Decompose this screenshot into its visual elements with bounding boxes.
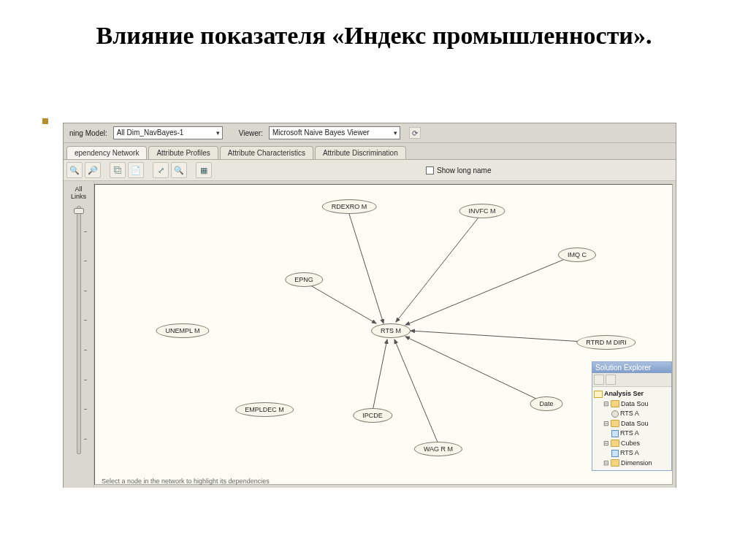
solution-explorer-title: Solution Explorer [592,362,671,373]
node-ipcde[interactable]: IPCDE [353,408,392,423]
mining-model-label: ning Model: [66,129,110,137]
node-unempl[interactable]: UNEMPL M [156,323,209,338]
se-tool-icon[interactable] [606,375,616,385]
find-icon[interactable]: 🔍 [171,162,187,178]
folder-icon [611,400,619,407]
zoom-out-icon[interactable]: 🔎 [85,162,101,178]
se-tool-icon[interactable] [594,375,604,385]
slider-label: All Links [66,185,91,200]
links-slider-panel: All Links [64,181,94,488]
layout-icon[interactable]: ▦ [196,162,212,178]
tree-dsv[interactable]: Data Sou [621,419,649,429]
accent-square [42,118,48,124]
dependency-canvas[interactable]: RDEXRO M INVFC M IMQ C EPNG UNEMPL M RTS… [94,184,673,485]
folder-icon [611,459,619,467]
node-invfc[interactable]: INVFC M [459,204,505,218]
svg-line-4 [411,331,583,342]
tree-cubes[interactable]: Cubes [621,439,640,449]
node-wagr[interactable]: WAG R M [414,442,462,456]
checkbox-icon[interactable] [426,166,434,174]
solution-explorer: Solution Explorer Analysis Ser ⊟Data Sou… [592,361,672,471]
dsv-icon [611,430,619,437]
svg-line-3 [307,283,376,323]
folder-icon [611,420,619,427]
tab-attribute-profiles[interactable]: Attribute Profiles [148,146,218,159]
mining-model-dropdown[interactable]: All Dim_NavBayes-1 [113,126,223,139]
tree-dimensions[interactable]: Dimension [621,459,652,469]
viewer-label: Viewer: [236,129,266,137]
project-icon [594,391,603,398]
model-toolbar: ning Model: All Dim_NavBayes-1 Viewer: M… [64,123,676,143]
datasource-icon [611,410,619,418]
node-date[interactable]: Date [530,396,562,411]
graph-toolbar: 🔍 🔎 ⿻ 📄 ⤢ 🔍 ▦ Show long name [64,160,676,181]
fit-icon[interactable]: ⤢ [153,162,169,178]
mining-viewer-window: ning Model: All Dim_NavBayes-1 Viewer: M… [63,123,676,488]
cube-icon [611,450,619,457]
node-epng[interactable]: EPNG [285,272,323,287]
tree-dsv-item[interactable]: RTS A [620,429,639,439]
node-rts[interactable]: RTS M [371,323,411,338]
links-slider[interactable] [77,206,81,454]
tabs-bar: ependency Network Attribute Profiles Att… [64,143,676,160]
node-rtrd[interactable]: RTRD M DIRI [576,335,636,350]
solution-explorer-toolbar [592,373,671,387]
node-empldec[interactable]: EMPLDEC M [235,402,294,417]
solution-tree[interactable]: Analysis Ser ⊟Data Sou RTS A ⊟Data Sou R… [592,387,671,470]
svg-line-5 [405,337,539,400]
viewer-dropdown[interactable]: Microsoft Naive Bayes Viewer [269,126,400,139]
zoom-in-icon[interactable]: 🔍 [66,162,83,178]
svg-line-0 [349,214,383,323]
node-rdexro[interactable]: RDEXRO M [322,199,377,214]
refresh-icon[interactable]: ⟳ [409,127,421,139]
tab-attribute-characteristics[interactable]: Attribute Characteristics [220,146,313,159]
svg-line-1 [396,218,478,322]
node-imqc[interactable]: IMQ C [558,248,596,262]
slide-title: Влияние показателя «Индекс промышленност… [0,0,748,61]
svg-line-2 [405,258,568,325]
main-area: All Links [64,181,676,488]
folder-icon [611,440,619,447]
tree-cube-item[interactable]: RTS A [620,448,639,459]
show-long-name-check[interactable]: Show long name [426,166,492,174]
paste-icon[interactable]: 📄 [128,162,144,178]
tree-project[interactable]: Analysis Ser [604,389,644,399]
svg-line-6 [394,340,438,444]
show-long-name-label: Show long name [437,166,492,174]
tab-dependency-network[interactable]: ependency Network [66,146,147,159]
tab-attribute-discrimination[interactable]: Attribute Discrimination [315,146,406,159]
tree-ds-item[interactable]: RTS A [620,409,639,419]
status-hint: Select a node in the network to highligh… [102,477,270,485]
copy-icon[interactable]: ⿻ [110,162,126,178]
tree-datasources[interactable]: Data Sou [621,399,649,410]
slider-thumb[interactable] [74,208,84,214]
svg-line-7 [373,340,387,411]
